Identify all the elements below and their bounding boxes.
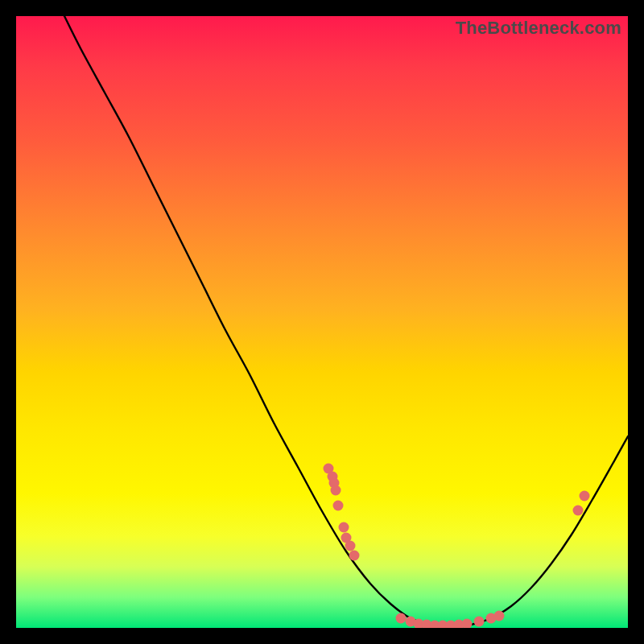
data-point — [494, 611, 505, 621]
data-point — [349, 551, 360, 561]
data-point — [462, 619, 473, 629]
bottleneck-curve-plot — [16, 16, 628, 628]
chart-frame: TheBottleneck.com — [16, 16, 628, 628]
data-point — [396, 613, 407, 624]
data-point — [580, 491, 590, 502]
data-point — [339, 522, 349, 533]
data-point — [573, 506, 584, 516]
data-point — [345, 541, 356, 551]
data-points — [324, 464, 590, 629]
data-point — [333, 501, 344, 511]
data-point — [474, 617, 485, 627]
data-point — [331, 485, 341, 496]
